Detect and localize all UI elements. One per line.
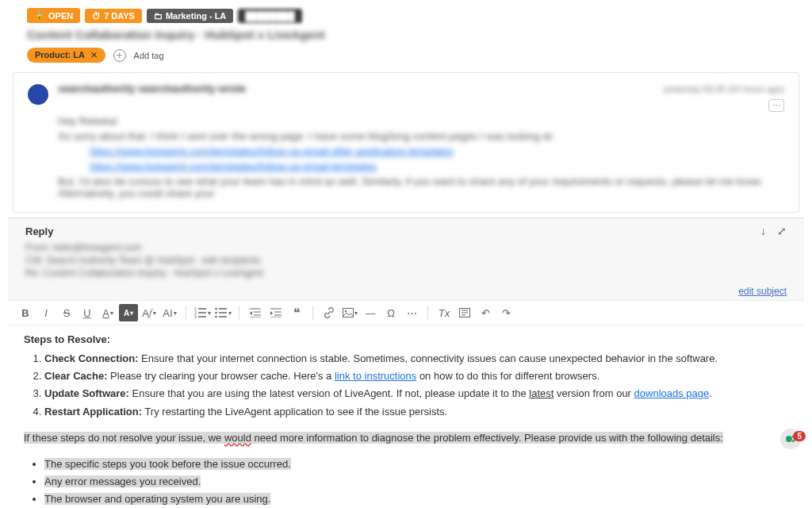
message-greeting: Hey Rebeka! (58, 115, 784, 127)
steps-list: Check Connection: Ensure that your inter… (44, 351, 788, 420)
from-line: From: hello@liveagent.com (25, 242, 787, 253)
underline-button[interactable]: U (78, 304, 97, 321)
collapse-down-icon[interactable]: ↓ (760, 225, 766, 237)
sla-badge[interactable]: ⏱ 7 DAYS (85, 9, 142, 23)
clear-format-button[interactable]: Tx (435, 304, 454, 321)
message-line: But, I'd also be curious to see what you… (58, 175, 784, 199)
strike-button[interactable]: S (57, 304, 76, 321)
font-size-button[interactable]: AI▾ (160, 304, 179, 321)
svg-rect-6 (343, 309, 353, 318)
details-list: The specific steps you took before the i… (44, 456, 788, 507)
expand-icon[interactable]: ⤢ (777, 225, 787, 237)
sender-avatar (28, 84, 48, 105)
svg-point-4 (215, 312, 217, 314)
redo-button[interactable]: ↷ (496, 304, 515, 321)
notification-count[interactable]: 5 (793, 431, 806, 441)
svg-point-7 (344, 310, 346, 312)
symbol-button[interactable]: Ω (381, 304, 400, 321)
hr-button[interactable]: — (361, 304, 380, 321)
undo-button[interactable]: ↶ (476, 304, 495, 321)
ordered-list-button[interactable]: 123▾ (193, 304, 212, 321)
reply-heading: Reply (25, 225, 53, 237)
edit-subject-link[interactable]: edit subject (738, 286, 787, 297)
message-link[interactable]: https://www.liveagent.com/templates/foll… (90, 145, 454, 157)
textbox-button[interactable] (455, 304, 474, 321)
ticket-subject: Content Collaboration Inquiry · HubSpot … (27, 28, 785, 41)
editor-toolbar: B I S U A▾ A▾ A𝑓▾ AI▾ 123▾ ▾ ❝ ▾ — Ω ⋯ (8, 300, 804, 325)
bold-button[interactable]: B (16, 304, 35, 321)
folder-icon: 🗀 (154, 11, 163, 21)
message-card: searchauthority searchauthority wrote ye… (13, 72, 799, 213)
status-badge-open[interactable]: 🔒 OPEN (27, 8, 80, 23)
downloads-link[interactable]: downloads page (634, 387, 710, 399)
instructions-link[interactable]: link to instructions (335, 370, 416, 382)
lock-icon: 🔒 (34, 10, 45, 21)
editor-body[interactable]: Steps to Resolve: Check Connection: Ensu… (8, 325, 804, 508)
svg-text:3: 3 (194, 314, 197, 318)
highlight-button[interactable]: A▾ (119, 304, 138, 321)
badge-open-label: OPEN (48, 11, 73, 21)
add-tag-button[interactable]: + (113, 49, 126, 62)
quote-button[interactable]: ❝ (287, 304, 306, 321)
message-sender: searchauthority searchauthority wrote (58, 83, 246, 94)
outdent-button[interactable] (246, 304, 265, 321)
hidden-badge: ████████ (238, 9, 301, 23)
message-timestamp: yesterday 09:35 (24 hours ago) (663, 84, 784, 94)
unordered-list-button[interactable]: ▾ (213, 304, 232, 321)
more-button[interactable]: ⋯ (402, 304, 421, 321)
svg-point-18 (786, 436, 792, 442)
subject-line: Re: Content Collaboration Inquiry · HubS… (25, 267, 787, 279)
message-link[interactable]: https://www.liveagent.com/templates/foll… (90, 160, 377, 172)
ticket-header: 🔒 OPEN ⏱ 7 DAYS 🗀 Marketing - LA ███████… (0, 0, 812, 72)
reply-composer: Reply ↓ ⤢ From: hello@liveagent.com CW: … (8, 217, 804, 508)
badge-days-label: 7 DAYS (104, 11, 135, 21)
clock-icon: ⏱ (92, 11, 101, 21)
svg-point-5 (215, 316, 217, 318)
font-family-button[interactable]: A𝑓▾ (140, 304, 159, 321)
message-more-icon[interactable]: ⋯ (768, 99, 784, 112)
indent-button[interactable] (266, 304, 285, 321)
text-color-button[interactable]: A▾ (98, 304, 117, 321)
to-line: CW: Search Authority Team @ HubSpot · ed… (25, 255, 787, 266)
tag-chip-product[interactable]: Product: LA ✕ (27, 48, 105, 63)
tag-chip-label: Product: LA (35, 50, 85, 60)
link-button[interactable] (320, 304, 339, 321)
steps-heading: Steps to Resolve: (24, 333, 110, 345)
folder-badge[interactable]: 🗀 Marketing - LA (147, 9, 233, 23)
tag-remove-icon[interactable]: ✕ (90, 50, 98, 60)
add-tag-label: Add tag (134, 51, 164, 60)
image-button[interactable]: ▾ (340, 304, 359, 321)
message-line: So sorry about that. I think I sent over… (58, 130, 784, 142)
svg-point-3 (215, 308, 217, 310)
italic-button[interactable]: I (36, 304, 56, 321)
badge-folder-label: Marketing - LA (166, 11, 226, 21)
